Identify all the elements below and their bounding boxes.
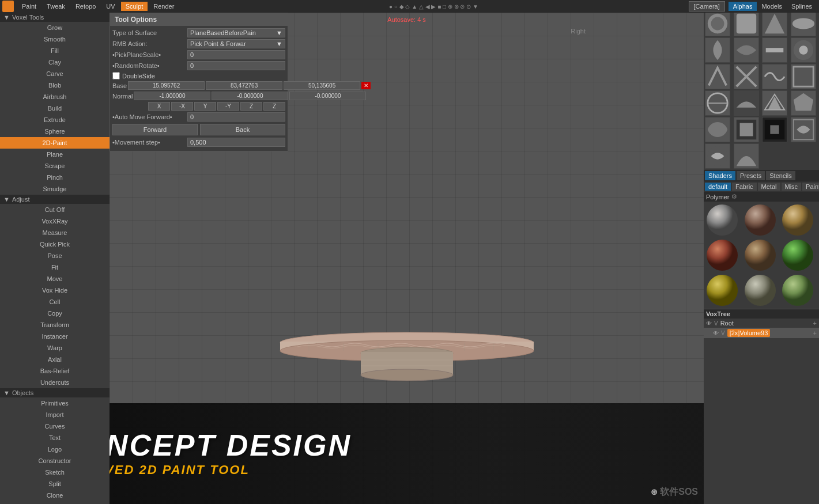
shader-ball-5[interactable]	[743, 238, 777, 272]
voxtree-eye-icon-1[interactable]: 👁	[706, 320, 712, 327]
tool-warp[interactable]: Warp	[0, 342, 110, 354]
tool-logo[interactable]: Logo	[0, 444, 110, 455]
base-y-input[interactable]	[206, 81, 282, 90]
rmb-action-dropdown[interactable]: Pick Point & Forwar ▼	[187, 39, 285, 48]
camera-dropdown[interactable]: [Camera]	[689, 1, 725, 12]
random-rotate-input[interactable]	[187, 61, 285, 70]
shader-ball-3[interactable]	[781, 203, 814, 237]
menu-uv[interactable]: UV	[101, 2, 119, 11]
tool-split[interactable]: Split	[0, 478, 110, 490]
voxtree-add-icon[interactable]: +	[813, 320, 817, 327]
menu-retopo[interactable]: Retopo	[71, 2, 100, 11]
tool-text[interactable]: Text	[0, 432, 110, 444]
tool-voxxray[interactable]: VoxXRay	[0, 215, 110, 227]
tool-sphere[interactable]: Sphere	[0, 126, 110, 137]
shader-ball-7[interactable]	[705, 274, 739, 307]
axis-neg-x[interactable]: -X	[171, 102, 193, 111]
alpha-cell-14[interactable]	[734, 90, 759, 116]
tool-cutclone[interactable]: Cut & Clone	[0, 501, 110, 504]
alpha-cell-16[interactable]	[791, 90, 816, 116]
tool-blob[interactable]: Blob	[0, 79, 110, 91]
tool-move[interactable]: Move	[0, 273, 110, 285]
tool-clone[interactable]: Clone	[0, 490, 110, 501]
tool-airbrush[interactable]: Airbrush	[0, 91, 110, 103]
tool-smudge[interactable]: Smudge	[0, 183, 110, 195]
tool-fit[interactable]: Fit	[0, 262, 110, 273]
alpha-cell-22[interactable]	[734, 143, 759, 169]
voxtree-v-icon-2[interactable]: V	[721, 330, 725, 336]
base-close-button[interactable]: ✕	[361, 82, 371, 89]
shader-ball-4[interactable]	[705, 238, 739, 272]
tool-undercuts[interactable]: Undercuts	[0, 377, 110, 388]
tool-pinch[interactable]: Pinch	[0, 172, 110, 183]
pick-plane-scale-input[interactable]	[187, 50, 285, 59]
tab-alphas[interactable]: Alphas	[729, 2, 757, 11]
menu-tweak[interactable]: Tweak	[42, 2, 70, 11]
tool-instancer[interactable]: Instancer	[0, 331, 110, 342]
tool-2dpaint[interactable]: 2D-Paint	[0, 137, 110, 149]
alpha-cell-1[interactable]	[705, 11, 730, 36]
voxtree-row-volume[interactable]: 👁 V [2x]Volume93 +	[704, 328, 819, 338]
shader-ball-1[interactable]	[705, 203, 739, 237]
alpha-cell-5[interactable]	[705, 37, 730, 63]
alpha-cell-4[interactable]	[791, 11, 816, 36]
menu-render[interactable]: Render	[149, 2, 179, 11]
shader-preset-default[interactable]: default	[705, 183, 731, 191]
shader-ball-9[interactable]	[781, 274, 814, 307]
tool-plane[interactable]: Plane	[0, 149, 110, 160]
back-button[interactable]: Back	[200, 124, 285, 135]
alpha-cell-18[interactable]	[734, 117, 759, 142]
alpha-cell-10[interactable]	[734, 64, 759, 89]
menu-sculpt[interactable]: Sculpt	[121, 2, 148, 11]
voxtree-row-root[interactable]: 👁 V Root +	[704, 319, 819, 328]
tool-measure[interactable]: Measure	[0, 227, 110, 238]
voxtree-eye-icon-2[interactable]: 👁	[713, 330, 719, 336]
tool-axial[interactable]: Axial	[0, 354, 110, 365]
normal-x-input[interactable]	[134, 92, 210, 100]
alpha-cell-12[interactable]	[791, 64, 816, 89]
axis-pos-z[interactable]: Z	[263, 102, 285, 111]
tool-primitives[interactable]: Primitives	[0, 397, 110, 409]
axis-z[interactable]: Z	[240, 102, 262, 111]
tool-carve[interactable]: Carve	[0, 68, 110, 79]
alpha-cell-19[interactable]	[762, 117, 787, 142]
tool-constructor[interactable]: Constructor	[0, 455, 110, 467]
tool-import[interactable]: Import	[0, 409, 110, 420]
base-z-input[interactable]	[284, 81, 360, 90]
alpha-cell-6[interactable]	[734, 37, 759, 63]
tab-models[interactable]: Models	[757, 2, 786, 11]
alpha-cell-13[interactable]	[705, 90, 730, 116]
movement-step-input[interactable]	[187, 138, 285, 147]
alpha-cell-7[interactable]	[762, 37, 787, 63]
voxtree-v-icon-1[interactable]: V	[714, 320, 718, 327]
tab-splines[interactable]: Splines	[787, 2, 817, 11]
tool-voxhide[interactable]: Vox Hide	[0, 285, 110, 296]
tool-smooth[interactable]: Smooth	[0, 33, 110, 45]
double-side-checkbox[interactable]	[112, 72, 120, 79]
shader-preset-misc[interactable]: Misc	[782, 183, 802, 191]
tool-extrude[interactable]: Extrude	[0, 114, 110, 126]
alpha-cell-2[interactable]	[734, 11, 759, 36]
shader-tab-stencils[interactable]: Stencils	[766, 171, 795, 180]
tool-pose[interactable]: Pose	[0, 250, 110, 262]
shader-ball-8[interactable]	[743, 274, 777, 307]
shader-tab-shaders[interactable]: Shaders	[705, 171, 735, 180]
axis-y[interactable]: Y	[194, 102, 216, 111]
shader-preset-metal[interactable]: Metal	[758, 183, 780, 191]
normal-z-input[interactable]	[289, 92, 366, 100]
alpha-cell-17[interactable]	[705, 117, 730, 142]
tool-basrelief[interactable]: Bas-Relief	[0, 365, 110, 377]
shader-ball-2[interactable]	[743, 203, 777, 237]
shader-preset-fabric[interactable]: Fabric	[732, 183, 757, 191]
tool-sketch[interactable]: Sketch	[0, 467, 110, 478]
tool-curves[interactable]: Curves	[0, 420, 110, 432]
tool-cutoff[interactable]: Cut Off	[0, 204, 110, 215]
menu-paint[interactable]: Paint	[17, 2, 41, 11]
tool-transform[interactable]: Transform	[0, 319, 110, 331]
auto-move-input[interactable]	[187, 112, 285, 122]
alpha-cell-9[interactable]	[705, 64, 730, 89]
shader-tab-presets[interactable]: Presets	[737, 171, 765, 180]
voxtree-add-icon-2[interactable]: +	[813, 329, 817, 336]
tool-build[interactable]: Build	[0, 103, 110, 114]
alpha-cell-11[interactable]	[762, 64, 787, 89]
